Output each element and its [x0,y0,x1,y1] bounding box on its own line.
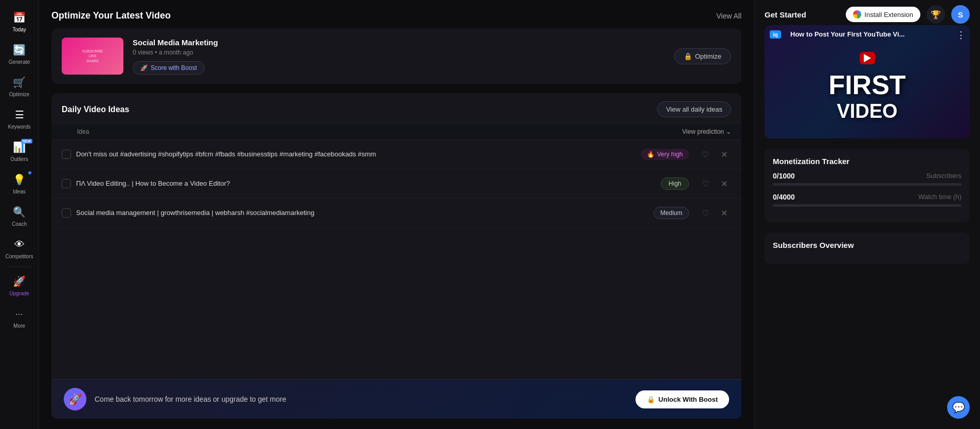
watchtime-labels: 0/4000 Watch time (h) [773,193,961,201]
unlock-boost-label: Unlock With Boost [659,396,718,403]
install-extension-button[interactable]: Install Extension [846,7,920,22]
sidebar-label-ideas: Ideas [13,189,25,194]
subscribers-value: 0/1000 [773,172,795,180]
watchtime-progress-bar [773,204,961,207]
boost-icon: 🚀 [64,388,86,410]
row-checkbox-1[interactable] [62,150,71,159]
top-bar: Install Extension 🏆 S [836,0,980,29]
sidebar-item-optimize[interactable]: 🛒 Optimize [0,70,39,102]
boost-banner: 🚀 Come back tomorrow for more ideas or u… [51,379,741,419]
sidebar-label-more: More [13,323,25,329]
idea-text-1: Don't miss out #advertising #shopifytips… [76,150,636,159]
sidebar-label-coach: Coach [12,221,27,227]
like-button-1[interactable]: ♡ [698,147,713,162]
subs-overview-title: Subscribers Overview [773,241,961,249]
sidebar: 📅 Today 🔄 Generate 🛒 Optimize ☰ Keywords… [0,0,39,429]
tag-medium-3: Medium [654,207,689,219]
dismiss-button-1[interactable]: ✕ [717,147,731,162]
subscribers-labels: 0/1000 Subscribers [773,172,961,180]
optimize-title: Optimize Your Latest Video [51,10,171,21]
avatar-button[interactable]: S [951,5,970,24]
sidebar-item-coach[interactable]: 🔍 Coach [0,200,39,232]
score-boost-button[interactable]: 🚀 Score with Boost [133,61,205,75]
video-info: Social Media Marketing 0 views • a month… [133,38,665,75]
sidebar-item-more[interactable]: ··· More [0,301,39,334]
subscribers-overview: Subscribers Overview [765,233,970,264]
ideas-section: Daily Video Ideas View all daily ideas I… [51,93,741,419]
rocket-icon: 🚀 [140,64,148,72]
thumb-text: SUBSCRIBELIKESHARE [82,49,103,63]
video-preview[interactable]: iq How to Post Your First YouTube Vi... … [765,25,970,138]
video-title: Social Media Marketing [133,38,665,47]
more-icon: ··· [12,307,27,321]
coach-icon: 🔍 [12,205,27,219]
watchtime-metric: 0/4000 Watch time (h) [773,193,961,207]
ideas-title: Daily Video Ideas [62,105,129,114]
subscribers-metric: 0/1000 Subscribers [773,172,961,186]
chat-button[interactable]: 💬 [947,396,970,419]
youtube-play-icon [860,52,875,64]
new-badge: NEW [21,139,32,144]
watchtime-value: 0/4000 [773,193,795,201]
today-icon: 📅 [12,10,27,25]
optimize-section: Optimize Your Latest Video View All SUBS… [51,10,741,84]
video-text: VIDEO [837,100,897,122]
subscribers-label: Subscribers [926,172,961,180]
sidebar-label-competitors: Competitors [6,254,33,259]
sidebar-item-upgrade[interactable]: 🚀 Upgrade [0,269,39,301]
blue-dot-indicator [28,171,31,174]
unlock-boost-button[interactable]: 🔒 Unlock With Boost [636,390,729,408]
subscribers-progress-bar [773,183,961,186]
sidebar-item-generate[interactable]: 🔄 Generate [0,38,39,70]
dismiss-button-2[interactable]: ✕ [717,176,731,191]
avatar-letter: S [958,10,963,19]
ideas-table: Idea View prediction ⌄ Don't miss out #a… [51,123,741,379]
column-prediction[interactable]: View prediction ⌄ [682,128,731,135]
sidebar-item-ideas[interactable]: 💡 Ideas [0,167,39,200]
keywords-icon: ☰ [12,108,27,122]
lock-icon-boost: 🔒 [647,396,655,403]
optimize-header: Optimize Your Latest Video View All [51,10,741,21]
like-button-2[interactable]: ♡ [698,176,713,191]
get-started-section: Get Started iq How to Post Your First Yo… [765,10,970,138]
boost-banner-text: Come back tomorrow for more ideas or upg… [95,395,627,403]
watchtime-label: Watch time (h) [918,193,961,201]
row-actions-3: ♡ ✕ [698,206,731,220]
trophy-button[interactable]: 🏆 [927,5,945,24]
tag-very-high-1: 🔥 Very high [641,149,689,160]
column-idea: Idea [77,128,682,135]
row-checkbox-2[interactable] [62,179,71,188]
dismiss-button-3[interactable]: ✕ [717,206,731,220]
prediction-label: View prediction [682,128,724,135]
sidebar-item-competitors[interactable]: 👁 Competitors [0,232,39,264]
ideas-icon: 💡 [12,172,27,187]
view-daily-ideas-button[interactable]: View all daily ideas [657,101,731,117]
video-preview-inner: iq How to Post Your First YouTube Vi... … [765,25,970,138]
lock-icon: 🔒 [684,52,692,60]
row-actions-1: ♡ ✕ [698,147,731,162]
table-row: ΠΛ Video Editing.. | How to Become a Vid… [51,169,741,199]
sidebar-item-outliers[interactable]: NEW 📊 Outliers [0,135,39,167]
view-all-button[interactable]: View All [716,12,741,20]
table-header: Idea View prediction ⌄ [51,123,741,140]
competitors-icon: 👁 [12,237,27,252]
sidebar-label-generate: Generate [9,59,30,65]
optimize-label: Optimize [695,52,721,60]
table-row: Social media management | growthrisemedi… [51,199,741,228]
generate-icon: 🔄 [12,43,27,57]
install-extension-label: Install Extension [864,11,913,19]
row-actions-2: ♡ ✕ [698,176,731,191]
fire-icon: 🔥 [647,151,655,158]
tag-high-2: High [661,177,689,190]
video-thumbnail: SUBSCRIBELIKESHARE [62,38,123,75]
main-content: Optimize Your Latest Video View All SUBS… [39,0,754,429]
like-button-3[interactable]: ♡ [698,206,713,220]
sidebar-item-today[interactable]: 📅 Today [0,5,39,38]
row-checkbox-3[interactable] [62,208,71,218]
right-panel: Get Started iq How to Post Your First Yo… [754,0,980,429]
sidebar-item-keywords[interactable]: ☰ Keywords [0,102,39,135]
ideas-header: Daily Video Ideas View all daily ideas [51,93,741,123]
upgrade-icon: 🚀 [12,274,27,289]
optimize-button[interactable]: 🔒 Optimize [674,48,731,64]
video-meta: 0 views • a month ago [133,49,665,56]
